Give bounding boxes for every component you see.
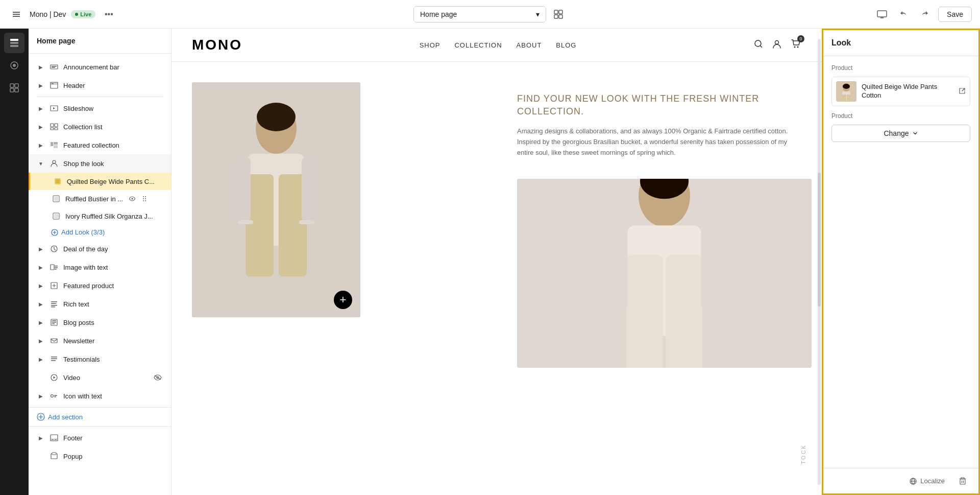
nav-blog[interactable]: BLOG xyxy=(556,41,576,49)
sidebar-toggle-button[interactable] xyxy=(8,6,24,22)
svg-rect-24 xyxy=(51,124,54,127)
svg-rect-101 xyxy=(842,95,846,101)
expand-icon-newsletter: ▶ xyxy=(37,337,45,345)
more-options-button[interactable]: ••• xyxy=(101,6,117,22)
svg-point-39 xyxy=(143,198,144,199)
topbar-left: Mono | Dev Live ••• xyxy=(8,6,246,22)
ruffled-bustier-drag-handle[interactable] xyxy=(139,194,150,204)
svg-point-31 xyxy=(53,160,56,163)
svg-rect-72 xyxy=(52,439,54,440)
sidebar-item-testimonials[interactable]: ▶ Testimonials xyxy=(29,350,171,368)
sidebar-item-featured-collection[interactable]: ▶ Featured collection xyxy=(29,136,171,154)
page-selector[interactable]: Home page ▾ xyxy=(413,6,546,22)
sidebar-item-shop-the-look[interactable]: ▼ Shop the look xyxy=(29,154,171,173)
sidebar-theme-button[interactable] xyxy=(4,55,24,76)
sidebar-item-footer[interactable]: ▶ Footer xyxy=(29,429,171,447)
svg-point-42 xyxy=(145,200,146,201)
svg-rect-54 xyxy=(51,305,57,306)
nav-about[interactable]: ABOUT xyxy=(517,41,542,49)
redo-button[interactable] xyxy=(917,6,933,22)
user-icon[interactable] xyxy=(772,39,782,52)
change-product-button[interactable]: Change xyxy=(831,125,970,142)
svg-rect-50 xyxy=(55,269,57,270)
footer-icon xyxy=(49,433,59,443)
svg-rect-2 xyxy=(13,16,20,17)
video-visibility-button[interactable] xyxy=(153,372,163,383)
svg-point-103 xyxy=(843,84,850,89)
sidebar-item-slideshow[interactable]: ▶ Slideshow xyxy=(29,99,171,117)
product-external-link-icon[interactable] xyxy=(959,87,966,96)
svg-rect-58 xyxy=(52,322,56,323)
rich-text-icon xyxy=(49,299,59,309)
svg-rect-85 xyxy=(233,156,251,223)
sidebar-item-header[interactable]: ▶ Header xyxy=(29,76,171,95)
sidebar-apps-button[interactable] xyxy=(4,78,24,98)
cart-icon[interactable]: 0 xyxy=(790,38,801,52)
ruffled-bustier-eye-button[interactable] xyxy=(127,194,137,204)
sub-item-quilted-beige[interactable]: Quilted Beige Wide Pants C... xyxy=(29,173,171,190)
sidebar-item-rich-text[interactable]: ▶ Rich text xyxy=(29,295,171,313)
expand-icon-header: ▶ xyxy=(37,81,45,89)
undo-button[interactable] xyxy=(895,6,912,22)
svg-rect-6 xyxy=(559,15,562,18)
delete-button[interactable] xyxy=(955,475,970,487)
ruffled-bustier-icon xyxy=(51,194,61,204)
deal-of-the-day-icon xyxy=(49,244,59,254)
newsletter-icon xyxy=(49,336,59,346)
ruffled-bustier-actions xyxy=(127,194,150,204)
add-section-button[interactable]: Add section xyxy=(29,407,171,426)
expand-icon-deal: ▶ xyxy=(37,245,45,253)
svg-point-79 xyxy=(797,46,798,48)
popup-label: Popup xyxy=(63,453,163,460)
svg-rect-29 xyxy=(54,142,58,145)
svg-rect-88 xyxy=(299,220,314,224)
sidebar-item-video[interactable]: Video xyxy=(29,368,171,387)
image-with-text-label: Image with text xyxy=(63,264,163,271)
sidebar-item-deal-of-the-day[interactable]: ▶ Deal of the day xyxy=(29,240,171,258)
svg-rect-68 xyxy=(54,396,56,397)
svg-point-38 xyxy=(145,196,146,197)
add-look-button[interactable]: Add Look (3/3) xyxy=(29,225,171,240)
svg-rect-61 xyxy=(51,357,57,358)
svg-point-40 xyxy=(145,198,146,199)
video-label: Video xyxy=(63,374,80,382)
sub-item-ivory-ruffled[interactable]: Ivory Ruffled Silk Organza J... xyxy=(29,207,171,225)
icon-with-text-icon xyxy=(49,391,59,401)
svg-rect-105 xyxy=(960,479,965,484)
sub-item-ruffled-bustier[interactable]: Ruffled Bustier in ... xyxy=(29,190,171,207)
product-info: FIND YOUR NEW LOOK WITH THE FRESH WINTER… xyxy=(507,82,801,179)
featured-collection-label: Featured collection xyxy=(63,142,163,149)
localize-button[interactable]: Localize xyxy=(905,475,949,487)
sidebar-item-collection-list[interactable]: ▶ Collection list xyxy=(29,117,171,136)
sidebar-item-popup[interactable]: ▶ Popup xyxy=(29,447,171,465)
save-button[interactable]: Save xyxy=(938,7,972,22)
expand-icon-rich-text: ▶ xyxy=(37,300,45,308)
sidebar-item-blog-posts[interactable]: ▶ Blog posts xyxy=(29,313,171,332)
collection-list-label: Collection list xyxy=(63,123,163,131)
video-icon xyxy=(49,372,59,383)
search-icon[interactable] xyxy=(753,39,764,52)
testimonials-icon xyxy=(49,354,59,364)
nav-collection[interactable]: COLLECTION xyxy=(454,41,502,49)
svg-rect-47 xyxy=(51,265,54,270)
popup-icon xyxy=(49,451,59,461)
sidebar-item-newsletter[interactable]: ▶ Newsletter xyxy=(29,332,171,350)
expand-icon-icon-text: ▶ xyxy=(37,392,45,400)
product-add-button[interactable]: + xyxy=(334,291,352,309)
grid-select-button[interactable] xyxy=(550,6,567,22)
svg-rect-55 xyxy=(51,307,55,308)
testimonials-label: Testimonials xyxy=(63,356,163,363)
sidebar-sections-button[interactable] xyxy=(4,33,24,53)
sidebar-item-icon-with-text[interactable]: ▶ Icon with text xyxy=(29,387,171,405)
header-label: Header xyxy=(63,82,163,89)
nav-shop[interactable]: SHOP xyxy=(420,41,440,49)
sidebar-item-featured-product[interactable]: ▶ Featured product xyxy=(29,276,171,295)
sidebar-item-image-with-text[interactable]: ▶ Image with text xyxy=(29,258,171,276)
sidebar-item-announcement-bar[interactable]: ▶ Announcement bar xyxy=(29,58,171,76)
shop-the-look-label: Shop the look xyxy=(63,160,163,168)
desktop-view-button[interactable] xyxy=(874,6,890,22)
svg-rect-14 xyxy=(15,84,18,87)
svg-rect-48 xyxy=(55,266,58,267)
svg-rect-17 xyxy=(51,65,58,69)
preview-scrollbar[interactable] xyxy=(818,39,821,485)
